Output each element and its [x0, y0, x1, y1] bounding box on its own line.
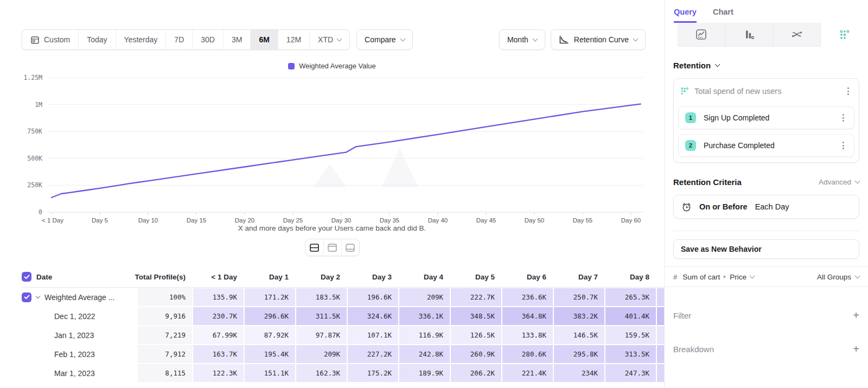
retention-cell-day-2[interactable]: 162.3K — [296, 364, 347, 382]
retention-cell-day-6[interactable]: 364.8K — [502, 307, 553, 325]
tab-chart[interactable]: Chart — [713, 8, 733, 23]
tab-retention[interactable] — [821, 23, 868, 47]
row-label-jan-1-2023[interactable]: Jan 1, 2023 — [22, 326, 137, 344]
criteria-mode-dropdown[interactable]: Advanced — [819, 178, 859, 186]
retention-cell-day-8[interactable]: 247.3K — [605, 364, 656, 382]
retention-cell-day-3[interactable]: 107.1K — [348, 326, 398, 344]
section-breakdown: Breakdown+ — [673, 344, 859, 354]
retention-cell-day-1[interactable]: 296.6K — [245, 307, 295, 325]
retention-cell-day-4[interactable]: 189.9K — [399, 364, 450, 382]
toggle-table-only-view[interactable] — [341, 239, 359, 256]
retention-cell-day-4[interactable]: 336.1K — [399, 307, 450, 325]
row-label-dec-1-2022[interactable]: Dec 1, 2022 — [22, 307, 137, 325]
retention-cell-day-8[interactable]: 401.4K — [605, 307, 656, 325]
retention-cell-day-5[interactable]: 260.9K — [451, 345, 501, 363]
tab-funnels[interactable] — [725, 23, 773, 47]
range-label: 12M — [286, 35, 301, 44]
metric-row[interactable]: # Sum of cart Price All Groups — [665, 266, 868, 287]
behavior-step-2[interactable]: 2Purchase Completed — [678, 134, 854, 157]
tab-query[interactable]: Query — [674, 8, 697, 23]
retention-cell-day-0[interactable]: 230.7K — [193, 307, 244, 325]
retention-cell-day-2[interactable]: 209K — [296, 345, 347, 363]
retention-cell-day-7[interactable]: 250.7K — [554, 288, 604, 306]
row-label-mar-1-2023[interactable]: Mar 1, 2023 — [22, 364, 137, 382]
x-axis-tick-label: < 1 Day — [42, 217, 63, 224]
toggle-split-view[interactable] — [305, 239, 323, 256]
retention-cell-day-7[interactable]: 234K — [554, 364, 604, 382]
retention-cell-day-4[interactable]: 242.8K — [399, 345, 450, 363]
retention-cell-day-0[interactable]: 135.9K — [193, 288, 244, 306]
range-3m[interactable]: 3M — [223, 30, 250, 49]
retention-cell-day-2[interactable]: 183.5K — [296, 288, 347, 306]
retention-cell-day-8[interactable]: 313.5K — [605, 345, 656, 363]
row-label-weighted-average-[interactable]: Weighted Average ... — [22, 288, 137, 306]
retention-cell-day-6[interactable]: 236.6K — [502, 288, 553, 306]
retention-cell-day-2[interactable]: 97.87K — [296, 326, 347, 344]
timing-card[interactable]: On or Before Each Day — [673, 195, 859, 219]
retention-cell-day-1[interactable]: 87.92K — [245, 326, 295, 344]
retention-cell-day-4[interactable]: 116.9K — [399, 326, 450, 344]
retention-cell-day-6[interactable]: 221.4K — [502, 364, 553, 382]
retention-cell-day-6[interactable]: 280.6K — [502, 345, 553, 363]
toggle-chart-only-view[interactable] — [323, 239, 341, 256]
row-checkbox[interactable] — [22, 292, 31, 302]
retention-icon — [839, 29, 850, 40]
range-custom[interactable]: Custom — [22, 30, 78, 49]
weighted-average-line[interactable] — [52, 104, 641, 198]
retention-cell-day-7[interactable]: 383.2K — [554, 307, 604, 325]
step-menu-icon[interactable] — [839, 112, 847, 124]
retention-cell-day-0[interactable]: 122.3K — [193, 364, 244, 382]
add-breakdown-button[interactable]: + — [853, 344, 859, 354]
save-as-new-behavior-button[interactable]: Save as New Behavior — [673, 239, 859, 259]
range-yesterday[interactable]: Yesterday — [116, 30, 166, 49]
granularity-dropdown[interactable]: Month — [499, 29, 545, 50]
retention-cell-day-2[interactable]: 311.5K — [296, 307, 347, 325]
retention-cell-day-6[interactable]: 133.8K — [502, 326, 553, 344]
retention-line-chart[interactable]: 1.25M1M750K500K250K0< 1 DayDay 5Day 10Da… — [0, 72, 664, 226]
retention-cell-day-1[interactable]: 151.1K — [245, 364, 295, 382]
retention-cell-day-3[interactable]: 227.2K — [348, 345, 398, 363]
range-label: 30D — [201, 35, 215, 44]
behavior-menu-icon[interactable] — [844, 85, 852, 97]
retention-cell-day-7[interactable]: 295.8K — [554, 345, 604, 363]
step-number-badge: 2 — [685, 140, 696, 151]
chart-type-dropdown[interactable]: Retention Curve — [551, 29, 646, 50]
retention-section-header[interactable]: Retention — [673, 61, 859, 70]
retention-cell-day-3[interactable]: 324.6K — [348, 307, 398, 325]
retention-cell-day-3[interactable]: 196.6K — [348, 288, 398, 306]
row-checkbox[interactable] — [22, 272, 31, 282]
retention-cell-day-5[interactable]: 126.5K — [451, 326, 501, 344]
retention-cell-day-1[interactable]: 171.2K — [245, 288, 295, 306]
expand-caret-icon[interactable] — [36, 294, 40, 298]
view-toggle-bar — [0, 239, 664, 256]
retention-cell-day-5[interactable]: 222.7K — [451, 288, 501, 306]
range-xtd[interactable]: XTD — [309, 30, 349, 49]
retention-cell-day-1[interactable]: 195.4K — [245, 345, 295, 363]
metric-property-dropdown[interactable]: Sum of cart Price — [682, 273, 754, 281]
table-only-view-icon — [346, 244, 355, 252]
compare-label: Compare — [365, 35, 396, 44]
retention-cell-day-7[interactable]: 146.5K — [554, 326, 604, 344]
retention-cell-day-5[interactable]: 206.2K — [451, 364, 501, 382]
groups-dropdown[interactable]: All Groups — [817, 273, 859, 281]
row-label-feb-1-2023[interactable]: Feb 1, 2023 — [22, 345, 137, 363]
retention-cell-day-5[interactable]: 348.5K — [451, 307, 501, 325]
compare-button[interactable]: Compare — [356, 29, 413, 50]
behavior-step-1[interactable]: 1Sign Up Completed — [678, 106, 854, 129]
range-today[interactable]: Today — [78, 30, 115, 49]
behavior-header[interactable]: Total spend of new users — [678, 81, 854, 101]
tab-insights[interactable] — [678, 23, 725, 47]
range-12m[interactable]: 12M — [278, 30, 309, 49]
add-filter-button[interactable]: + — [853, 310, 859, 321]
range-30d[interactable]: 30D — [192, 30, 223, 49]
retention-cell-day-3[interactable]: 175.2K — [348, 364, 398, 382]
retention-cell-day-8[interactable]: 265.3K — [605, 288, 656, 306]
step-menu-icon[interactable] — [839, 139, 847, 151]
range-7d[interactable]: 7D — [165, 30, 192, 49]
range-6m[interactable]: 6M — [250, 30, 277, 49]
retention-cell-day-4[interactable]: 209K — [399, 288, 450, 306]
retention-cell-day-0[interactable]: 67.99K — [193, 326, 244, 344]
tab-flows[interactable] — [773, 23, 821, 47]
retention-cell-day-0[interactable]: 163.7K — [193, 345, 244, 363]
retention-cell-day-8[interactable]: 159.5K — [605, 326, 656, 344]
